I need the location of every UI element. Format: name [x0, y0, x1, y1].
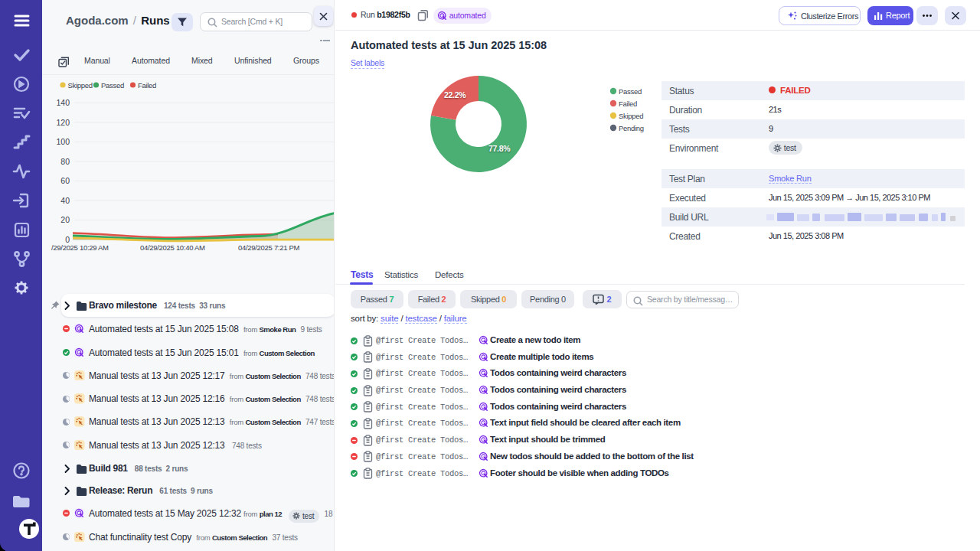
svg-text:Passed: Passed — [619, 87, 642, 96]
svg-text:77.8%: 77.8% — [488, 144, 511, 153]
svg-text:Skipped: Skipped — [68, 81, 93, 90]
svg-text:Passed: Passed — [101, 81, 124, 90]
svg-text:40: 40 — [60, 196, 70, 205]
svg-text:Failed: Failed — [619, 99, 637, 108]
svg-text:120: 120 — [56, 118, 70, 127]
svg-text:140: 140 — [56, 98, 70, 107]
svg-text:100: 100 — [56, 137, 70, 146]
svg-text:Failed: Failed — [138, 81, 156, 90]
svg-text:Pending: Pending — [619, 124, 644, 132]
svg-text:/29/2025 10:29 AM: /29/2025 10:29 AM — [51, 243, 109, 252]
svg-text:Skipped: Skipped — [619, 112, 643, 120]
svg-text:80: 80 — [60, 157, 70, 166]
svg-text:60: 60 — [60, 176, 70, 185]
svg-text:20: 20 — [60, 215, 70, 224]
svg-text:04/29/2025 7:21 PM: 04/29/2025 7:21 PM — [238, 243, 300, 252]
svg-text:04/29/2025 10:40 AM: 04/29/2025 10:40 AM — [140, 243, 205, 252]
svg-text:0: 0 — [65, 235, 70, 244]
svg-text:22.2%: 22.2% — [444, 90, 466, 99]
